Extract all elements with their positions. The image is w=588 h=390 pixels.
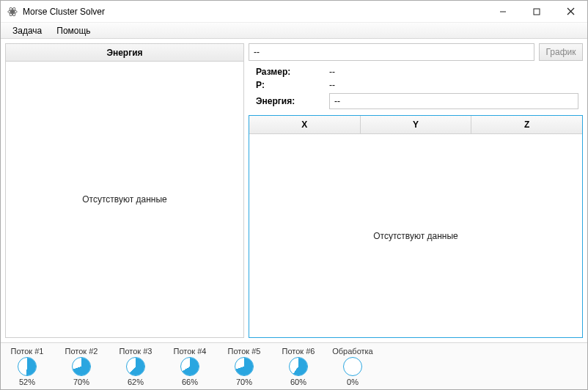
- window-title: Morse Cluster Solver: [23, 7, 486, 17]
- progress-pie-icon: [18, 357, 37, 376]
- thread-percent: 60%: [290, 378, 306, 386]
- thread-percent: 0%: [347, 378, 359, 386]
- menu-help[interactable]: Помощь: [49, 23, 98, 38]
- maximize-button[interactable]: [520, 1, 554, 22]
- thread-indicator: Поток #570%: [224, 347, 265, 386]
- titlebar: Morse Cluster Solver: [1, 1, 587, 23]
- svg-rect-5: [534, 9, 540, 15]
- col-y[interactable]: Y: [361, 116, 472, 133]
- col-x[interactable]: X: [249, 116, 361, 133]
- thread-name: Поток #6: [282, 347, 315, 356]
- progress-pie-icon: [235, 357, 254, 376]
- thread-percent: 70%: [236, 378, 252, 386]
- search-row: График: [249, 43, 583, 61]
- table-header: X Y Z: [249, 116, 582, 133]
- search-input[interactable]: [249, 43, 534, 61]
- close-button[interactable]: [554, 1, 587, 22]
- energy-label: Энергия:: [256, 96, 329, 106]
- menu-task[interactable]: Задача: [5, 23, 49, 38]
- progress-pie-icon: [289, 357, 308, 376]
- info-grid: Размер: -- P: -- Энергия:: [249, 65, 583, 111]
- thread-indicator: Поток #362%: [115, 347, 156, 386]
- menubar: Задача Помощь: [1, 23, 587, 39]
- thread-percent: 62%: [128, 378, 144, 386]
- thread-indicator: Поток #152%: [7, 347, 48, 386]
- p-label: P:: [256, 80, 329, 90]
- size-value: --: [329, 67, 578, 77]
- details-panel: График Размер: -- P: -- Энергия: X Y Z О…: [249, 43, 583, 338]
- thread-indicator: Поток #660%: [278, 347, 319, 386]
- thread-indicator: Поток #270%: [61, 347, 102, 386]
- energy-panel: Энергия Отсутствуют данные: [5, 43, 244, 338]
- window-controls: [486, 1, 587, 22]
- thread-percent: 66%: [182, 378, 198, 386]
- content-area: Энергия Отсутствуют данные График Размер…: [1, 39, 587, 342]
- minimize-button[interactable]: [486, 1, 520, 22]
- energy-input[interactable]: [329, 93, 578, 109]
- table-empty: Отсутствуют данные: [249, 133, 582, 337]
- progress-pie-icon: [180, 357, 199, 376]
- graph-button[interactable]: График: [539, 43, 583, 61]
- thread-name: Поток #1: [11, 347, 44, 356]
- thread-name: Обработка: [332, 347, 372, 356]
- energy-panel-header: Энергия: [6, 44, 243, 62]
- statusbar: Поток #152%Поток #270%Поток #362%Поток #…: [1, 342, 587, 389]
- coords-table: X Y Z Отсутствуют данные: [249, 115, 583, 338]
- energy-panel-empty: Отсутствуют данные: [6, 62, 243, 337]
- size-label: Размер:: [256, 67, 329, 77]
- thread-indicator: Обработка0%: [332, 347, 373, 386]
- p-value: --: [329, 80, 578, 90]
- thread-indicator: Поток #466%: [169, 347, 210, 386]
- thread-name: Поток #3: [120, 347, 152, 356]
- col-z[interactable]: Z: [471, 116, 582, 133]
- thread-name: Поток #4: [174, 347, 207, 356]
- thread-percent: 70%: [73, 378, 89, 386]
- thread-name: Поток #2: [65, 347, 98, 356]
- app-window: Morse Cluster Solver Задача Помощь Энерг…: [0, 0, 588, 390]
- app-icon: [7, 6, 18, 18]
- progress-pie-icon: [126, 357, 145, 376]
- progress-pie-icon: [72, 357, 91, 376]
- progress-pie-icon: [343, 357, 362, 376]
- thread-percent: 52%: [19, 378, 35, 386]
- thread-name: Поток #5: [228, 347, 261, 356]
